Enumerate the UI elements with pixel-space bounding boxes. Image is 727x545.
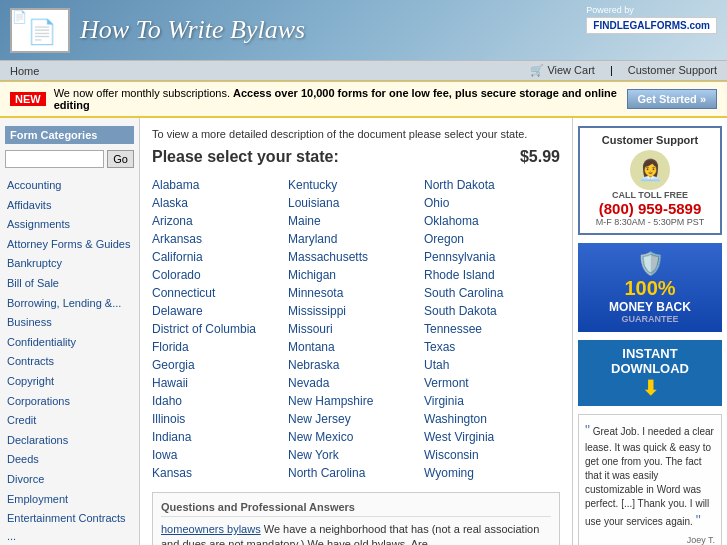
state-link[interactable]: Oklahoma xyxy=(424,212,560,230)
state-link[interactable]: Texas xyxy=(424,338,560,356)
qa-link[interactable]: homeowners bylaws xyxy=(161,523,261,535)
state-link[interactable]: West Virginia xyxy=(424,428,560,446)
quote-open-icon: " xyxy=(585,422,590,438)
state-link[interactable]: Rhode Island xyxy=(424,266,560,284)
state-link[interactable]: Louisiana xyxy=(288,194,424,212)
cs-title: Customer Support xyxy=(586,134,714,146)
states-grid: AlabamaAlaskaArizonaArkansasCaliforniaCo… xyxy=(152,176,560,482)
state-link[interactable]: Oregon xyxy=(424,230,560,248)
state-link[interactable]: Colorado xyxy=(152,266,288,284)
state-link[interactable]: Arkansas xyxy=(152,230,288,248)
state-link[interactable]: Wyoming xyxy=(424,464,560,482)
navbar-right: 🛒 View Cart | Customer Support xyxy=(530,64,717,77)
state-link[interactable]: Missouri xyxy=(288,320,424,338)
testimonial-box: " Great Job. I needed a clear lease. It … xyxy=(578,414,722,545)
money-back-percent: 100% xyxy=(624,277,675,299)
state-link[interactable]: Kentucky xyxy=(288,176,424,194)
money-back-guarantee-box: 🛡️ 100% MONEY BACK GUARANTEE xyxy=(578,243,722,332)
state-link[interactable]: Alaska xyxy=(152,194,288,212)
state-link[interactable]: Maryland xyxy=(288,230,424,248)
site-title: How To Write Bylaws xyxy=(80,15,305,45)
state-link[interactable]: Nevada xyxy=(288,374,424,392)
sidebar-item[interactable]: Assignments xyxy=(5,215,134,235)
state-link[interactable]: North Dakota xyxy=(424,176,560,194)
sidebar-item[interactable]: Employment xyxy=(5,490,134,510)
state-link[interactable]: Pennsylvania xyxy=(424,248,560,266)
get-started-button[interactable]: Get Started » xyxy=(627,89,717,109)
search-input[interactable] xyxy=(5,150,104,168)
state-link[interactable]: New Hampshire xyxy=(288,392,424,410)
state-link[interactable]: Idaho xyxy=(152,392,288,410)
state-link[interactable]: New Mexico xyxy=(288,428,424,446)
qa-text: homeowners bylaws We have a neighborhood… xyxy=(161,522,551,545)
instant-download-label: INSTANT DOWNLOAD xyxy=(583,346,717,376)
quote-close-icon: " xyxy=(696,512,701,528)
sidebar: Form Categories Go AccountingAffidavitsA… xyxy=(0,118,140,545)
state-link[interactable]: Delaware xyxy=(152,302,288,320)
state-link[interactable]: Utah xyxy=(424,356,560,374)
state-link[interactable]: California xyxy=(152,248,288,266)
state-link[interactable]: New Jersey xyxy=(288,410,424,428)
right-sidebar: Customer Support 👩‍💼 CALL TOLL FREE (800… xyxy=(572,118,727,545)
sidebar-item[interactable]: Divorce xyxy=(5,470,134,490)
sidebar-item[interactable]: Entertainment Contracts ... xyxy=(5,509,134,545)
sidebar-item[interactable]: Affidavits xyxy=(5,196,134,216)
state-link[interactable]: Iowa xyxy=(152,446,288,464)
navbar: Home 🛒 View Cart | Customer Support xyxy=(0,60,727,81)
state-link[interactable]: Wisconsin xyxy=(424,446,560,464)
navbar-left: Home xyxy=(10,65,39,77)
view-cart-link[interactable]: 🛒 View Cart xyxy=(530,64,595,77)
testimonial-quote: Great Job. I needed a clear lease. It wa… xyxy=(585,426,714,527)
sidebar-item[interactable]: Business xyxy=(5,313,134,333)
sidebar-item[interactable]: Contracts xyxy=(5,352,134,372)
state-link[interactable]: Michigan xyxy=(288,266,424,284)
sidebar-item[interactable]: Copyright xyxy=(5,372,134,392)
state-link[interactable]: Florida xyxy=(152,338,288,356)
sidebar-item[interactable]: Bill of Sale xyxy=(5,274,134,294)
state-link[interactable]: Ohio xyxy=(424,194,560,212)
sidebar-item[interactable]: Bankruptcy xyxy=(5,254,134,274)
state-link[interactable]: Nebraska xyxy=(288,356,424,374)
state-selection-heading: Please select your state: xyxy=(152,148,339,166)
sidebar-item[interactable]: Attorney Forms & Guides xyxy=(5,235,134,255)
state-link[interactable]: Mississippi xyxy=(288,302,424,320)
home-link[interactable]: Home xyxy=(10,65,39,77)
state-link[interactable]: Indiana xyxy=(152,428,288,446)
sidebar-item[interactable]: Deeds xyxy=(5,450,134,470)
state-link[interactable]: District of Columbia xyxy=(152,320,288,338)
state-link[interactable]: Georgia xyxy=(152,356,288,374)
state-link[interactable]: Virginia xyxy=(424,392,560,410)
sidebar-item[interactable]: Declarations xyxy=(5,431,134,451)
state-link[interactable]: Hawaii xyxy=(152,374,288,392)
state-link[interactable]: Vermont xyxy=(424,374,560,392)
state-link[interactable]: Maine xyxy=(288,212,424,230)
sidebar-item[interactable]: Corporations xyxy=(5,392,134,412)
state-link[interactable]: Washington xyxy=(424,410,560,428)
state-link[interactable]: Connecticut xyxy=(152,284,288,302)
state-link[interactable]: South Dakota xyxy=(424,302,560,320)
states-column-1: AlabamaAlaskaArizonaArkansasCaliforniaCo… xyxy=(152,176,288,482)
state-link[interactable]: Kansas xyxy=(152,464,288,482)
sidebar-search: Go xyxy=(5,150,134,168)
sidebar-item[interactable]: Confidentiality xyxy=(5,333,134,353)
state-link[interactable]: North Carolina xyxy=(288,464,424,482)
state-link[interactable]: Arizona xyxy=(152,212,288,230)
sidebar-item[interactable]: Accounting xyxy=(5,176,134,196)
state-link[interactable]: Illinois xyxy=(152,410,288,428)
instant-download-box: INSTANT DOWNLOAD ⬇ xyxy=(578,340,722,406)
state-link[interactable]: Massachusetts xyxy=(288,248,424,266)
content-area: To view a more detailed description of t… xyxy=(140,118,572,545)
state-link[interactable]: New York xyxy=(288,446,424,464)
search-go-button[interactable]: Go xyxy=(107,150,134,168)
cart-icon: 🛒 xyxy=(530,64,544,76)
state-link[interactable]: South Carolina xyxy=(424,284,560,302)
sidebar-item[interactable]: Credit xyxy=(5,411,134,431)
customer-support-nav-link[interactable]: Customer Support xyxy=(628,64,717,77)
state-link[interactable]: Minnesota xyxy=(288,284,424,302)
states-column-3: North DakotaOhioOklahomaOregonPennsylvan… xyxy=(424,176,560,482)
download-arrow-icon: ⬇ xyxy=(583,376,717,400)
state-link[interactable]: Montana xyxy=(288,338,424,356)
state-link[interactable]: Alabama xyxy=(152,176,288,194)
sidebar-item[interactable]: Borrowing, Lending &... xyxy=(5,294,134,314)
state-link[interactable]: Tennessee xyxy=(424,320,560,338)
